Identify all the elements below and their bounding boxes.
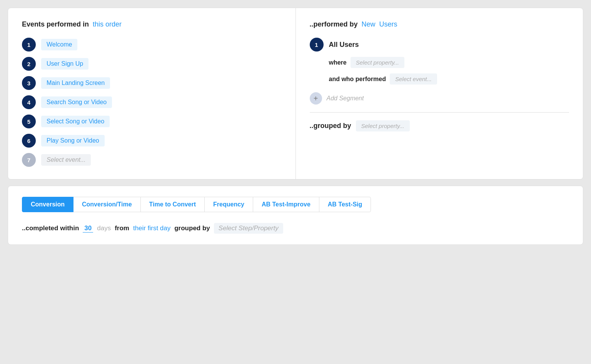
completed-within-row: ..completed within 30 days from their fi…: [22, 223, 569, 234]
grouped-by-static: grouped by: [174, 224, 210, 232]
event-item-3: 3 Main Landing Screen: [22, 76, 282, 90]
segment-name: All Users: [329, 41, 359, 49]
completed-within-unit: days: [97, 224, 111, 232]
event-item-5: 5 Select Song or Video: [22, 115, 282, 128]
event-badge-4: 4: [22, 95, 36, 109]
users-link[interactable]: Users: [379, 20, 397, 28]
event-badge-2: 2: [22, 57, 36, 71]
event-label-6[interactable]: Play Song or Video: [41, 135, 105, 146]
event-item-2: 2 User Sign Up: [22, 57, 282, 71]
select-step-property[interactable]: Select Step/Property: [214, 223, 283, 234]
events-header-static: Events performed in: [22, 20, 89, 28]
event-label-7[interactable]: Select event...: [41, 154, 91, 166]
segment-block: 1 All Users where Select property... and…: [310, 38, 569, 105]
tab-frequency[interactable]: Frequency: [204, 197, 253, 212]
and-who-performed-label: and who performed: [329, 76, 386, 83]
event-badge-7: 7: [22, 153, 36, 167]
bottom-card: Conversion Conversion/Time Time to Conve…: [8, 186, 583, 245]
event-badge-6: 6: [22, 134, 36, 148]
this-order-link[interactable]: this order: [93, 20, 122, 28]
grouped-by-select[interactable]: Select property...: [356, 120, 410, 131]
tab-time-to-convert[interactable]: Time to Convert: [140, 197, 205, 212]
top-card: Events performed in this order 1 Welcome…: [8, 8, 583, 180]
performed-by-header: ..performed by New Users: [310, 20, 569, 28]
where-label: where: [329, 59, 347, 66]
event-label-5[interactable]: Select Song or Video: [41, 116, 110, 127]
events-header: Events performed in this order: [22, 20, 282, 28]
event-badge-3: 3: [22, 76, 36, 90]
grouped-by-label: ..grouped by: [310, 122, 351, 130]
event-badge-5: 5: [22, 115, 36, 128]
divider: [310, 112, 569, 113]
tab-conversion-time[interactable]: Conversion/Time: [73, 197, 141, 212]
performed-by-static: ..performed by: [310, 20, 358, 28]
completed-within-static: ..completed within: [22, 224, 79, 232]
segment-badge-1: 1: [310, 38, 324, 52]
tab-ab-test-sig[interactable]: AB Test-Sig: [319, 197, 371, 212]
select-property-input[interactable]: Select property...: [351, 57, 404, 68]
right-panel: ..performed by New Users 1 All Users whe…: [296, 8, 583, 179]
completed-within-number[interactable]: 30: [83, 224, 93, 233]
event-list: 1 Welcome 2 User Sign Up 3 Main Landing …: [22, 38, 282, 167]
left-panel: Events performed in this order 1 Welcome…: [8, 8, 296, 179]
event-item-1: 1 Welcome: [22, 38, 282, 52]
their-first-day-link[interactable]: their first day: [133, 224, 170, 232]
event-label-1[interactable]: Welcome: [41, 39, 77, 50]
event-label-2[interactable]: User Sign Up: [41, 58, 88, 70]
event-label-4[interactable]: Search Song or Video: [41, 96, 112, 108]
event-badge-1: 1: [22, 38, 36, 52]
tabs-row: Conversion Conversion/Time Time to Conve…: [22, 197, 569, 212]
new-link[interactable]: New: [362, 20, 376, 28]
event-item-4: 4 Search Song or Video: [22, 95, 282, 109]
add-segment-row: + Add Segment: [310, 92, 569, 105]
who-performed-row: and who performed Select event...: [329, 73, 569, 85]
add-segment-button[interactable]: +: [310, 92, 322, 105]
event-item-6: 6 Play Song or Video: [22, 134, 282, 148]
add-segment-label: Add Segment: [327, 95, 364, 102]
event-item-7: 7 Select event...: [22, 153, 282, 167]
tab-conversion[interactable]: Conversion: [22, 197, 73, 212]
segment-title-row: 1 All Users: [310, 38, 569, 52]
select-event-input[interactable]: Select event...: [390, 73, 437, 85]
tab-ab-test-improve[interactable]: AB Test-Improve: [253, 197, 319, 212]
event-label-3[interactable]: Main Landing Screen: [41, 77, 110, 89]
grouped-by-row: ..grouped by Select property...: [310, 120, 569, 131]
from-static: from: [115, 224, 129, 232]
where-row: where Select property...: [329, 57, 569, 68]
